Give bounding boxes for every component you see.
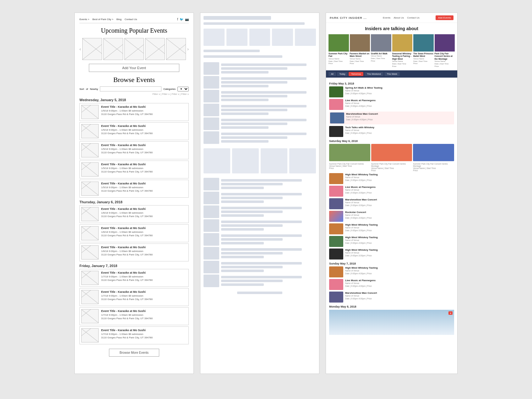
featured-item[interactable]: The Swan Princess Ballet West Venue Name… (413, 34, 434, 68)
featured-item[interactable]: Summer Park City Fair Venue NameDate | S… (328, 34, 349, 68)
carousel-item[interactable] (145, 38, 165, 60)
date-btn-tomorrow[interactable]: Tomorrow (349, 72, 363, 76)
add-events-button[interactable]: Add Events (436, 15, 453, 20)
carousel-prev-arrow[interactable]: ‹ (79, 46, 81, 52)
mid-list-section2 (204, 178, 316, 287)
big-event-image[interactable]: ★ (329, 310, 454, 335)
nav-link-events[interactable]: Events > (79, 18, 89, 21)
event-row[interactable]: Marshmellow Man Concert Name of VenueDat… (329, 198, 454, 209)
carousel-item[interactable] (82, 38, 102, 60)
featured-item[interactable]: Seasonal Whiskey Tasting & Pairing - Hig… (392, 34, 413, 68)
event-row[interactable]: Marshmellow Man Concert Name of VenueDat… (329, 292, 454, 303)
categories-label: Categories (163, 88, 176, 90)
event-row[interactable]: Live Music at Flannegens Name of VenueDa… (329, 279, 454, 290)
instagram-icon[interactable]: 📷 (185, 18, 189, 21)
wf-nav-links[interactable]: Events > Best of Park City > Blog Contac… (79, 18, 137, 21)
mid-line (221, 136, 287, 139)
event-row[interactable]: High West Whiskey Tasting Name of VenueD… (329, 223, 454, 234)
event-row[interactable]: High West Whiskey Tasting Name of VenueD… (329, 266, 454, 277)
nav-about[interactable]: About Us (394, 16, 404, 19)
mid-list-item (204, 261, 316, 273)
categories-select[interactable]: ▼ (177, 87, 189, 91)
event-row[interactable]: Live Music at Flannegens Name of VenueDa… (329, 99, 454, 110)
event-meta: Name of VenueDate | 9:00pm-3:00pm | Pric… (345, 226, 454, 232)
wf-event-item[interactable]: Event Title - Karaoke at Mo Sushi 1/7/18… (79, 288, 189, 306)
browse-more-button[interactable]: Browse More Events (109, 349, 159, 357)
wf-event-info: Event Title - Karaoke at Mo Sushi 1/6/18… (101, 207, 153, 221)
mid-list-thumb (204, 219, 219, 232)
featured-detail: Venue NameDate | Start TimePrice (435, 60, 455, 68)
mid-list-lines (221, 90, 316, 102)
wf-event-item[interactable]: Event Title - Karaoke at Mo Sushi 1/5/18… (79, 103, 189, 121)
featured-sq[interactable] (329, 144, 370, 161)
nav-link-bestof[interactable]: Best of Park City > (92, 18, 113, 21)
mid-line (221, 193, 302, 195)
twitter-icon[interactable]: 🐦 (180, 18, 183, 21)
event-row[interactable]: Live Music at Flannegens Name of VenueDa… (329, 186, 454, 197)
wf-event-info: Event Title - Karaoke at Mo Sushi 1/5/18… (101, 124, 153, 138)
featured-item[interactable]: Farmers Market on Main Street Venue Name… (350, 34, 370, 68)
carousel-item[interactable] (166, 38, 186, 60)
carousel-next-arrow[interactable]: › (187, 46, 189, 52)
date-btn-today[interactable]: Today (337, 72, 348, 76)
mid-line (221, 276, 302, 278)
featured-name: Farmers Market on Main Street (350, 52, 370, 58)
wf-event-title: Event Title - Karaoke at Mo Sushi (101, 144, 146, 147)
wf-event-item[interactable]: Event Title - Karaoke at Mo Sushi 1/6/18… (79, 243, 189, 261)
mid-list-thumb (204, 90, 219, 102)
event-content: High West Whiskey Tasting Name of VenueD… (345, 249, 454, 257)
event-row-highlighted[interactable]: Marshmellow Man Concert Name of VenueDat… (329, 112, 454, 124)
wf-event-item[interactable]: Event Title - Karaoke at Mo Sushi 1/7/18… (79, 326, 189, 344)
date-btn-all[interactable]: All (328, 72, 336, 76)
event-meta: Name of VenueDate | 9:00pm-3:00pm | Pric… (345, 201, 454, 207)
featured-item[interactable]: Park City Fair Concert Series at the Mon… (435, 34, 455, 68)
event-row[interactable]: High West Whiskey Tasting Name of VenueD… (329, 249, 454, 260)
of-label: of (86, 88, 88, 90)
event-row[interactable]: Spring Art Walk & Wine Tasting Name of V… (329, 86, 454, 97)
wf-event-item[interactable]: Event Title - Karaoke at Mo Sushi 1/7/18… (79, 307, 189, 325)
date-btn-week[interactable]: This Week (384, 72, 400, 76)
featured-name: Summer Park City Fair (328, 52, 349, 58)
mid-line (221, 179, 302, 182)
events-list: Wednesday, January 5, 2018 Event Title -… (79, 98, 189, 344)
wf-event-item[interactable]: Event Title - Karaoke at Mo Sushi 1/5/18… (79, 122, 189, 140)
wf-event-item[interactable]: Event Title - Karaoke at Mo Sushi 1/5/18… (79, 180, 189, 198)
featured-name: Park City Fair Concert Series at the Mon… (435, 52, 455, 60)
featured-sq[interactable] (413, 144, 454, 161)
nav-contact[interactable]: Contact Us (407, 16, 420, 19)
facebook-icon[interactable]: f (177, 18, 178, 21)
wf-date-header: Wednesday, January 5, 2018 (79, 98, 189, 102)
wf-event-item[interactable]: Event Title - Karaoke at Mo Sushi 1/5/18… (79, 161, 189, 178)
featured-item[interactable]: Graffiti Art Walk Venue NameDate | Start… (371, 34, 391, 68)
wf-event-item[interactable]: Event Title - Karaoke at Mo Sushi 1/6/18… (79, 205, 189, 223)
event-meta: Name of VenueDate | 9:00pm-3:00pm | Pric… (345, 239, 454, 244)
mid-line (221, 71, 269, 74)
event-row[interactable]: Tech Talks with Whiskey Name of VenueDat… (329, 126, 454, 137)
wf-event-item[interactable]: Event Title - Karaoke at Mo Sushi 1/5/18… (79, 141, 189, 159)
mid-bar (204, 55, 282, 58)
wf-event-title: Event Title - Karaoke at Mo Sushi (101, 246, 146, 249)
wf-event-item[interactable]: Event Title - Karaoke at Mo Sushi 1/6/18… (79, 224, 189, 242)
mid-cell (289, 148, 316, 173)
add-event-button[interactable]: Add Your Event (89, 64, 179, 72)
middle-panel (200, 13, 319, 374)
nav-events[interactable]: Events (383, 16, 390, 19)
date-btn-weekend[interactable]: This Weekend (364, 72, 383, 76)
event-row[interactable]: Rockstar Concert Name of VenueDate | 9:0… (329, 211, 454, 222)
mid-line (221, 200, 264, 203)
carousel-item[interactable] (103, 38, 123, 60)
event-row[interactable]: High West Whiskey Tasting Name of VenueD… (329, 173, 454, 184)
mid-line (221, 95, 287, 97)
upcoming-title: Upcoming Popular Events (79, 27, 189, 34)
event-row[interactable]: High West Whiskey Tasting Name of VenueD… (329, 236, 454, 247)
featured-sq[interactable] (371, 144, 412, 161)
wf-event-item[interactable]: Event Title - Karaoke at Mo Sushi 1/7/18… (79, 269, 189, 287)
wf-event-title: Event Title - Karaoke at Mo Sushi (101, 207, 146, 210)
mid-list-thumb (204, 178, 219, 190)
nav-link-blog[interactable]: Blog (117, 18, 122, 21)
carousel-item[interactable] (124, 38, 144, 60)
search-input[interactable] (100, 86, 161, 91)
nav-link-contact[interactable]: Contact Us (125, 18, 137, 21)
event-content: Live Music at Flannegens Name of VenueDa… (345, 186, 454, 194)
wf-event-thumb (81, 162, 99, 177)
